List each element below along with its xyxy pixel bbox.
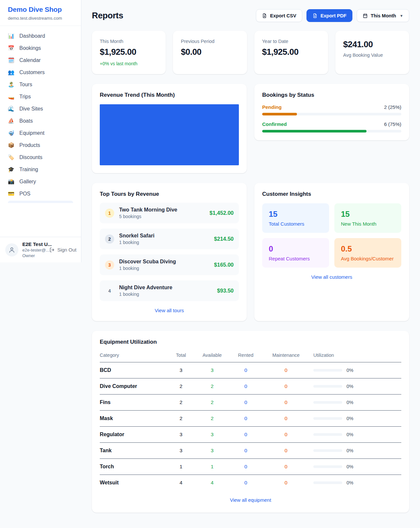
- tile-label: Avg Bookings/Customer: [341, 256, 395, 261]
- progress-track: [262, 130, 401, 132]
- cell-total: 3: [165, 448, 197, 454]
- cell-rented: 0: [228, 367, 264, 373]
- active-nav-item-partial[interactable]: [8, 201, 73, 203]
- utilization-track: [313, 433, 342, 436]
- sidebar-item-equipment[interactable]: 🤿 Equipment: [4, 127, 77, 139]
- utilization-percent: 0%: [346, 384, 353, 389]
- cell-available: 2: [197, 399, 228, 405]
- view-all-equipment-link[interactable]: View all equipment: [100, 497, 401, 503]
- sidebar-item-label: Gallery: [19, 179, 36, 185]
- status-row-confirmed: Confirmed 6 (75%): [262, 121, 401, 132]
- insights-grid: 15 Total Customers 15 New This Month 0 R…: [262, 203, 401, 268]
- tile-value: 0.5: [341, 244, 395, 254]
- rank-badge: 1: [105, 209, 114, 218]
- utilization-percent: 0%: [346, 480, 353, 485]
- table-row: Fins 2 2 0 0 0%: [100, 395, 401, 411]
- cell-category: Tank: [100, 448, 165, 454]
- tile-avg-bookings-customer: 0.5 Avg Bookings/Customer: [334, 238, 401, 268]
- user-meta: E2E Test U... e2e-tester@... Owner: [22, 241, 45, 258]
- view-all-tours-link[interactable]: View all tours: [100, 308, 239, 313]
- cell-available: 3: [197, 448, 228, 454]
- sidebar-item-products[interactable]: 📦 Products: [4, 139, 77, 151]
- utilization-track: [313, 385, 342, 388]
- cell-utilization: 0%: [308, 384, 401, 389]
- sidebar-item-label: Calendar: [19, 57, 41, 63]
- tile-repeat-customers: 0 Repeat Customers: [262, 238, 329, 268]
- tour-revenue: $93.50: [217, 288, 234, 294]
- sidebar-item-discounts[interactable]: 🏷️ Discounts: [4, 151, 77, 163]
- header-actions: Export CSV Export PDF This Month ▼: [256, 9, 409, 22]
- tile-label: Total Customers: [269, 221, 323, 227]
- col-utilization: Utilization: [308, 353, 401, 358]
- sidebar-item-boats[interactable]: ⛵ Boats: [4, 115, 77, 127]
- rank-badge: 4: [105, 286, 114, 295]
- utilization-track: [313, 449, 342, 452]
- cell-maintenance: 0: [264, 416, 308, 421]
- sidebar-item-bookings[interactable]: 📅 Bookings: [4, 42, 77, 54]
- sidebar-item-label: Customers: [19, 70, 45, 75]
- customers-icon: 👥: [8, 69, 14, 75]
- tour-list-item: 4 Night Dive Adventure 1 booking $93.50: [100, 280, 239, 301]
- table-row: Regulator 3 3 0 0 0%: [100, 427, 401, 443]
- stat-value: $1,925.00: [100, 47, 158, 57]
- logout-icon: [49, 247, 55, 253]
- user-role: Owner: [22, 253, 45, 258]
- tour-revenue: $165.00: [214, 262, 234, 268]
- tour-list-item: 3 Discover Scuba Diving 1 booking $165.0…: [100, 254, 239, 275]
- stat-card-this-month: This Month $1,925.00 +0% vs last month: [92, 31, 166, 74]
- rank-badge: 2: [105, 234, 114, 244]
- period-dropdown[interactable]: This Month ▼: [357, 9, 409, 22]
- export-pdf-button[interactable]: Export PDF: [306, 9, 352, 22]
- revenue-trend-card: Revenue Trend (This Month): [92, 84, 247, 173]
- table-header-row: Category Total Available Rented Maintena…: [100, 350, 401, 362]
- calendar-outline-icon: [363, 13, 368, 18]
- table-row: Tank 3 3 0 0 0%: [100, 443, 401, 459]
- stat-card-previous-period: Previous Period $0.00: [173, 31, 247, 74]
- cell-rented: 0: [228, 480, 264, 486]
- table-row: Torch 1 1 0 0 0%: [100, 459, 401, 475]
- rank-badge: 3: [105, 260, 114, 270]
- sidebar-item-gallery[interactable]: 📸 Gallery: [4, 175, 77, 188]
- sidebar-item-dashboard[interactable]: 📊 Dashboard: [4, 30, 77, 42]
- camera-icon: 📸: [8, 178, 14, 185]
- status-label: Pending: [262, 104, 282, 110]
- sidebar-item-pos[interactable]: 💳 POS: [4, 188, 77, 200]
- sidebar-item-label: Dashboard: [19, 33, 45, 39]
- table-row: BCD 3 3 0 0 0%: [100, 362, 401, 378]
- col-maintenance: Maintenance: [264, 353, 308, 358]
- cell-maintenance: 0: [264, 448, 308, 454]
- cell-rented: 0: [228, 432, 264, 437]
- export-csv-button[interactable]: Export CSV: [256, 9, 302, 22]
- sidebar-item-calendar[interactable]: 🗓️ Calendar: [4, 54, 77, 66]
- cell-maintenance: 0: [264, 367, 308, 373]
- stat-card-year-to-date: Year to Date $1,925.00: [254, 31, 328, 74]
- sign-out-button[interactable]: Sign Out: [49, 247, 76, 253]
- sidebar-item-trips[interactable]: 🚤 Trips: [4, 91, 77, 103]
- sidebar-item-training[interactable]: 🎓 Training: [4, 163, 77, 175]
- cell-utilization: 0%: [308, 480, 401, 485]
- tour-list-item: 1 Two Tank Morning Dive 5 bookings $1,45…: [100, 203, 239, 223]
- equipment-utilization-title: Equipment Utilization: [100, 339, 401, 345]
- dashboard-icon: 📊: [8, 33, 14, 39]
- sidebar-item-dive-sites[interactable]: 🌊 Dive Sites: [4, 103, 77, 115]
- cell-rented: 0: [228, 464, 264, 470]
- cell-total: 3: [165, 367, 197, 373]
- bookings-by-status-card: Bookings by Status Pending 2 (25%) Confi…: [254, 84, 409, 140]
- sidebar-item-label: Discounts: [19, 154, 42, 160]
- export-csv-label: Export CSV: [270, 13, 296, 18]
- chevron-down-icon: ▼: [400, 14, 403, 18]
- sidebar-item-label: Trips: [19, 94, 31, 100]
- cell-category: Dive Computer: [100, 383, 165, 389]
- cell-maintenance: 0: [264, 480, 308, 486]
- sidebar-item-customers[interactable]: 👥 Customers: [4, 66, 77, 78]
- view-all-customers-link[interactable]: View all customers: [262, 274, 401, 280]
- cell-rented: 0: [228, 448, 264, 454]
- progress-fill: [262, 130, 367, 132]
- stat-delta: +0% vs last month: [100, 61, 158, 66]
- sidebar-item-tours[interactable]: 🏝️ Tours: [4, 78, 77, 91]
- cell-available: 2: [197, 383, 228, 389]
- stat-value: $1,925.00: [262, 47, 320, 57]
- status-row-pending: Pending 2 (25%): [262, 104, 401, 115]
- cell-available: 3: [197, 367, 228, 373]
- tour-revenue: $1,452.00: [210, 210, 234, 216]
